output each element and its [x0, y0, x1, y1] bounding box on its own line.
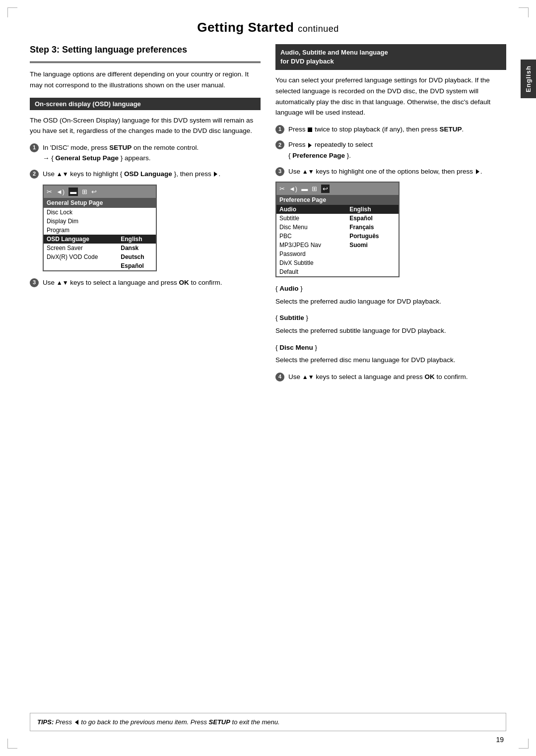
icon-display: ▬	[68, 188, 78, 196]
general-setup-screen: ✂ ◄) ▬ ⊞ ↩ General Setup Page Disc Lock …	[43, 185, 157, 271]
step1-arrow: → { General Setup Page } appears.	[43, 154, 151, 162]
corner-br	[519, 739, 529, 749]
right-step3-item: 3 Use ▲▼ keys to highlight one of the op…	[275, 166, 506, 177]
pref-icon-arrow: ↩	[321, 185, 330, 193]
subtitle-section: { Subtitle } Selects the preferred subti…	[275, 313, 506, 336]
table-row: Disc Lock	[44, 208, 156, 217]
disc-menu-label: { Disc Menu }	[275, 342, 506, 353]
pref-table: AudioEnglish SubtitleEspañol Disc MenuFr…	[276, 205, 399, 276]
right-step2-num: 2	[275, 140, 284, 149]
osd-header: On-screen display (OSD) language	[30, 98, 261, 110]
step1-content: In 'DISC' mode, press SETUP on the remot…	[43, 142, 261, 164]
page-container: English Getting Started continued Step 3…	[0, 0, 536, 756]
corner-tr	[519, 7, 529, 17]
right-column: Audio, Subtitle and Menu language for DV…	[275, 44, 506, 387]
content-columns: Step 3: Setting language preferences The…	[30, 44, 506, 387]
right-intro: You can select your preferred language s…	[275, 75, 506, 118]
right-header-line1: Audio, Subtitle and Menu language	[280, 49, 388, 56]
table-row: Screen SaverDansk	[44, 244, 156, 252]
double-rule	[30, 62, 261, 63]
tips-section: TIPS: Press to go back to the previous m…	[30, 713, 506, 732]
right-header-line2: for DVD playback	[280, 58, 334, 65]
table-row-osd: OSD LanguageEnglish	[44, 235, 156, 244]
right-step4-content: Use ▲▼ keys to select a language and pre…	[288, 372, 506, 382]
right-col-header: Audio, Subtitle and Menu language for DV…	[275, 44, 506, 70]
table-row: DivX(R) VOD CodeDeutsch	[44, 252, 156, 261]
osd-text: The OSD (On-Screen Display) language for…	[30, 115, 261, 136]
pref-row-password: Password	[276, 250, 399, 258]
step3-content: Use ▲▼ keys to select a language and pre…	[43, 277, 261, 288]
pref-row-default: Default	[276, 267, 399, 276]
pref-icons-row: ✂ ◄) ▬ ⊞ ↩	[276, 183, 399, 195]
right-step2-item: 2 Press repeatedly to select { Preferenc…	[275, 139, 506, 161]
right-step3-num: 3	[275, 167, 284, 176]
right-step1-num: 1	[275, 125, 284, 134]
pref-row-pbc: PBCPortuguês	[276, 232, 399, 241]
right-step4-item: 4 Use ▲▼ keys to select a language and p…	[275, 372, 506, 382]
preference-page-header: Preference Page	[276, 195, 399, 205]
title-continued: continued	[298, 24, 339, 34]
subtitle-label: { Subtitle }	[275, 313, 506, 323]
pref-row-discmenu: Disc MenuFrançais	[276, 223, 399, 232]
right-step3-content: Use ▲▼ keys to highlight one of the opti…	[288, 166, 506, 177]
step1-num: 1	[30, 143, 39, 152]
pref-row-mp3: MP3/JPEG NavSuomi	[276, 241, 399, 250]
page-number: 19	[496, 736, 504, 744]
pref-icon-speaker: ◄)	[289, 185, 297, 192]
right-step1-content: Press twice to stop playback (if any), t…	[288, 124, 506, 135]
subtitle-text: Selects the preferred subtitle language …	[275, 325, 506, 336]
general-setup-header: General Setup Page	[44, 198, 156, 208]
right-step4-num: 4	[275, 373, 284, 381]
pref-icon-display: ▬	[301, 185, 308, 192]
audio-text: Selects the preferred audio language for…	[275, 296, 506, 307]
tips-label: TIPS:	[37, 718, 54, 726]
title-main: Getting Started	[197, 20, 294, 35]
audio-label: { Audio }	[275, 283, 506, 294]
table-row: Display Dim	[44, 217, 156, 226]
step1-item: 1 In 'DISC' mode, press SETUP on the rem…	[30, 142, 261, 164]
general-setup-table: Disc Lock Display Dim Program OSD Langua…	[44, 208, 156, 270]
preference-screen: ✂ ◄) ▬ ⊞ ↩ Preference Page AudioEnglish …	[275, 182, 400, 277]
icon-scissors: ✂	[47, 188, 52, 195]
icon-speaker: ◄)	[56, 188, 65, 195]
left-column: Step 3: Setting language preferences The…	[30, 44, 261, 387]
english-tab: English	[521, 60, 536, 98]
right-step2-content: Press repeatedly to select { Preference …	[288, 139, 506, 161]
screen-icons-row: ✂ ◄) ▬ ⊞ ↩	[44, 186, 156, 198]
corner-bl	[7, 739, 17, 749]
icon-arrow: ↩	[91, 188, 97, 195]
intro-text: The language options are different depen…	[30, 69, 261, 90]
icon-grid: ⊞	[82, 188, 87, 195]
pref-row-audio: AudioEnglish	[276, 205, 399, 214]
disc-menu-section: { Disc Menu } Selects the preferred disc…	[275, 342, 506, 366]
step3-item: 3 Use ▲▼ keys to select a language and p…	[30, 277, 261, 288]
table-row: Español	[44, 261, 156, 270]
page-title: Getting Started continued	[30, 20, 506, 39]
step2-item: 2 Use ▲▼ keys to highlight { OSD Languag…	[30, 169, 261, 180]
step2-num: 2	[30, 170, 39, 179]
corner-tl	[7, 7, 17, 17]
pref-row-subtitle: SubtitleEspañol	[276, 214, 399, 223]
step3-num: 3	[30, 278, 39, 287]
table-row: Program	[44, 226, 156, 235]
pref-row-divx: DivX Subtitle	[276, 258, 399, 267]
audio-section: { Audio } Selects the preferred audio la…	[275, 283, 506, 307]
pref-icon-grid: ⊞	[312, 185, 317, 192]
step-heading: Step 3: Setting language preferences	[30, 44, 261, 56]
right-step1-item: 1 Press twice to stop playback (if any),…	[275, 124, 506, 135]
pref-icon-scissors: ✂	[279, 185, 285, 192]
step2-content: Use ▲▼ keys to highlight { OSD Language …	[43, 169, 261, 180]
disc-menu-text: Selects the preferred disc menu language…	[275, 355, 506, 366]
